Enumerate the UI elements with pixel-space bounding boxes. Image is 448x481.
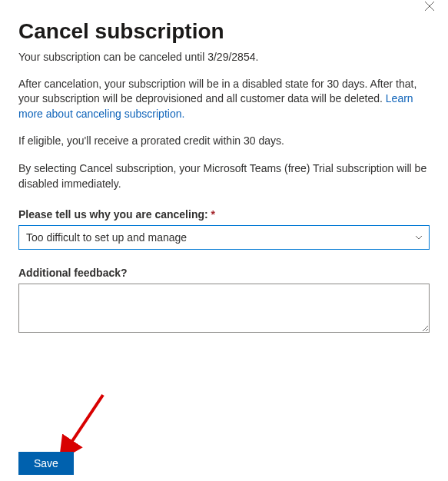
reason-label: Please tell us why you are canceling: * bbox=[18, 208, 430, 221]
prorated-credit-para: If eligible, you'll receive a prorated c… bbox=[18, 134, 430, 149]
feedback-textarea[interactable] bbox=[18, 284, 430, 333]
cancelation-info-text: After cancelation, your subscription wil… bbox=[18, 78, 416, 105]
footer: Save bbox=[18, 452, 74, 475]
arrow-annotation bbox=[58, 390, 112, 459]
reason-label-text: Please tell us why you are canceling: bbox=[18, 208, 208, 221]
close-icon bbox=[424, 1, 435, 12]
close-button[interactable] bbox=[420, 0, 439, 15]
disable-notice-para: By selecting Cancel subscription, your M… bbox=[18, 161, 430, 191]
svg-line-3 bbox=[69, 395, 103, 446]
required-asterisk: * bbox=[211, 208, 215, 221]
feedback-wrapper bbox=[18, 284, 430, 333]
feedback-label: Additional feedback? bbox=[18, 267, 430, 279]
reason-select[interactable]: Too difficult to set up and manage bbox=[18, 225, 430, 250]
page-title: Cancel subscription bbox=[18, 18, 430, 45]
reason-select-value: Too difficult to set up and manage bbox=[26, 231, 187, 244]
cancelation-info-para: After cancelation, your subscription wil… bbox=[18, 77, 430, 122]
reason-select-wrapper: Too difficult to set up and manage bbox=[18, 225, 430, 250]
subhead-text: Your subscription can be canceled until … bbox=[18, 51, 430, 63]
cancel-subscription-panel: Cancel subscription Your subscription ca… bbox=[0, 0, 448, 333]
save-button[interactable]: Save bbox=[18, 452, 74, 475]
